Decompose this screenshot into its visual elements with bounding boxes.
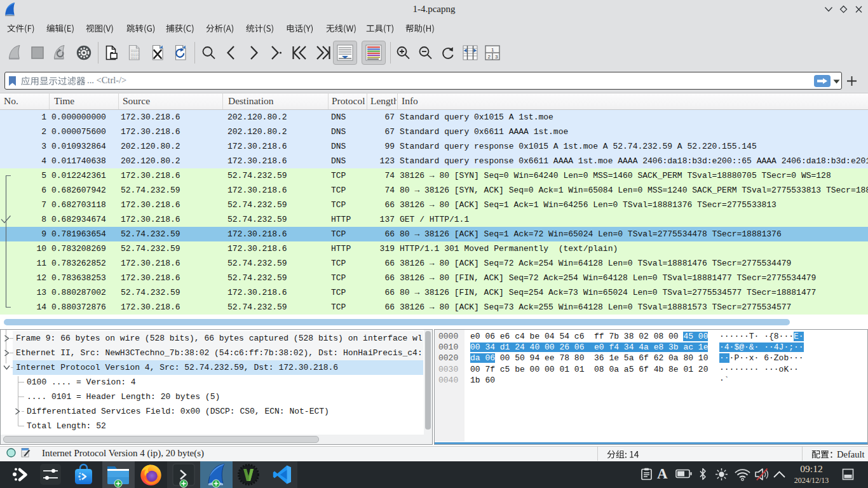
svg-text:0111: 0111	[131, 56, 140, 60]
svg-text:2: 2	[488, 54, 491, 60]
svg-text:3: 3	[495, 54, 498, 60]
svg-text:1: 1	[491, 47, 494, 53]
